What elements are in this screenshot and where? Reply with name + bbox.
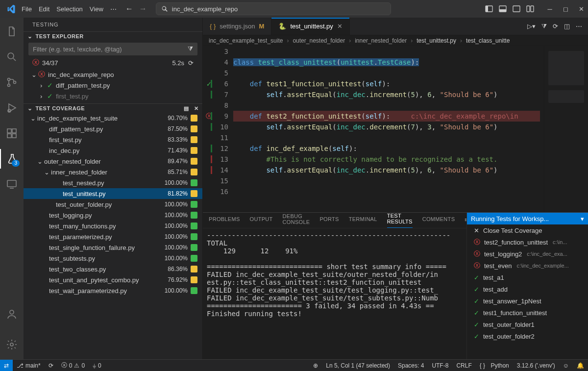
coverage-tree-item[interactable]: test_outer_folder.py100.00%	[24, 199, 202, 210]
test-result-item[interactable]: ✓test_answer_1pNest	[467, 295, 588, 307]
coverage-tree-item[interactable]: test_many_functions.py100.00%	[24, 221, 202, 231]
coverage-tree-item[interactable]: test_wait_parameterized.py100.00%	[24, 285, 202, 296]
nav-forward-icon[interactable]: →	[139, 4, 147, 13]
notifications-icon[interactable]: 🔔	[573, 362, 588, 369]
test-result-item[interactable]: ⓧtest_logging2c:\inc_dec_exa...	[467, 248, 588, 260]
test-result-item[interactable]: ⓧtest2_function_unittestc:\in...	[467, 236, 588, 248]
window-close-icon[interactable]: ✕	[577, 5, 585, 13]
test-tree-item[interactable]: ›✓diff_pattern_test.py	[24, 80, 202, 91]
zoom-indicator[interactable]: ⊕	[309, 362, 322, 369]
branch-indicator[interactable]: ⎇main*	[13, 362, 45, 369]
breadcrumb-item[interactable]: test_class_unitte	[466, 37, 510, 44]
layout-bottom-icon[interactable]	[499, 5, 507, 13]
run-debug-icon[interactable]	[0, 98, 24, 118]
test-tree-item[interactable]: ›✓first_test.py	[24, 91, 202, 101]
test-result-item[interactable]: ✓test1_function_unittest	[467, 307, 588, 319]
layout-left-icon[interactable]	[485, 5, 493, 13]
cursor-position[interactable]: Ln 5, Col 1 (47 selected)	[322, 362, 394, 369]
remote-indicator[interactable]: ⇄	[0, 360, 13, 371]
menu-edit[interactable]: Edit	[39, 5, 49, 13]
coverage-tree-item[interactable]: test_parameterized.py100.00%	[24, 231, 202, 242]
coverage-tree-item[interactable]: test_unittest.py81.82%	[24, 188, 202, 199]
panel-tab[interactable]: DEBUG CONSOLE	[283, 213, 310, 228]
coverage-tree-item[interactable]: ⌄outer_nested_folder89.47%	[24, 156, 202, 167]
coverage-tree-item[interactable]: test_unit_and_pytest_combo.py76.92%	[24, 274, 202, 285]
problems-indicator[interactable]: ⓧ0 ⚠0	[57, 361, 89, 370]
coverage-tree-item[interactable]: ⌄inner_nested_folder85.71%	[24, 167, 202, 177]
layout-panel-icon[interactable]	[526, 5, 534, 13]
editor-tab[interactable]: { }settings.jsonM	[203, 18, 271, 35]
more-icon[interactable]: ⋯	[576, 23, 582, 30]
test-result-item[interactable]: ✓test_a1	[467, 272, 588, 283]
test-explorer-header[interactable]: ⌄ TEST EXPLORER	[24, 31, 202, 41]
panel-tab[interactable]: COMMENTS	[422, 216, 455, 225]
command-center[interactable]: inc_dec_example_repo	[156, 2, 391, 15]
refresh-icon[interactable]: ⟳	[188, 59, 194, 67]
coverage-tree-item[interactable]: diff_pattern_test.py87.50%	[24, 124, 202, 134]
menu-more-icon[interactable]: ⋯	[110, 5, 117, 13]
sync-indicator[interactable]: ⟳	[45, 362, 57, 369]
panel-tab[interactable]: TERMINAL	[349, 216, 377, 225]
coverage-tree-item[interactable]: inc_dec.py71.43%	[24, 145, 202, 156]
coverage-close-icon[interactable]: ✕	[194, 105, 199, 112]
filter-icon[interactable]: ⧩	[188, 45, 193, 53]
breadcrumb-item[interactable]: inner_nested_folder	[355, 37, 407, 44]
search-icon[interactable]	[0, 47, 24, 67]
coverage-map-icon[interactable]: ▤	[184, 105, 189, 112]
settings-gear-icon[interactable]	[0, 335, 24, 354]
split-editor-icon[interactable]: ◫	[564, 23, 570, 30]
collapse-icon[interactable]: ▾	[581, 215, 584, 223]
feedback-icon[interactable]: ☺	[559, 362, 573, 369]
breadcrumb-item[interactable]: test_unittest.py	[416, 37, 456, 44]
eol[interactable]: CRLF	[452, 362, 475, 369]
panel-tab[interactable]: PORTS	[319, 216, 339, 225]
source-control-icon[interactable]	[0, 73, 24, 92]
extensions-icon[interactable]	[0, 124, 24, 143]
accounts-icon[interactable]	[0, 304, 24, 324]
encoding[interactable]: UTF-8	[428, 362, 452, 369]
testing-icon[interactable]: 3	[0, 149, 24, 169]
filter-icon[interactable]: ⧩	[541, 23, 547, 30]
test-result-item[interactable]: ⓧtest_evenc:\inc_dec_example...	[467, 260, 588, 272]
run-icon[interactable]: ▷▾	[527, 23, 536, 30]
coverage-tree-item[interactable]: first_test.py83.33%	[24, 134, 202, 145]
test-filter-input[interactable]: Filter (e.g. text, !exclude, @tag) ⧩	[28, 43, 197, 55]
test-coverage-header[interactable]: ⌄ TEST COVERAGE ▤ ✕	[24, 103, 202, 113]
breadcrumb-item[interactable]: inc_dec_example_test_suite	[209, 37, 283, 44]
editor-tab[interactable]: 🐍test_unittest.py✕	[271, 18, 349, 35]
remote-explorer-icon[interactable]	[0, 174, 24, 194]
coverage-tree-item[interactable]: test_subtests.py100.00%	[24, 253, 202, 264]
nav-back-icon[interactable]: ←	[125, 4, 133, 13]
close-icon[interactable]: ✕	[337, 23, 343, 30]
panel-tab[interactable]: TEST RESULTS	[387, 213, 413, 228]
refresh-icon[interactable]: ⟳	[553, 23, 558, 30]
test-tree-item[interactable]: ⌄ⓧinc_dec_example_repo	[24, 69, 202, 80]
test-result-item[interactable]: ✓test_outer_folder1	[467, 319, 588, 330]
panel-tab[interactable]: OUTPUT	[250, 216, 273, 225]
test-results-output[interactable]: ----------------------------------------…	[203, 228, 466, 359]
ports-indicator[interactable]: ⏚0	[89, 362, 105, 369]
menu-selection[interactable]: Selection	[56, 5, 82, 13]
window-minimize-icon[interactable]: ─	[546, 5, 554, 13]
minimap[interactable]	[544, 46, 588, 212]
panel-tab[interactable]: PROBLEMS	[209, 216, 240, 225]
menu-file[interactable]: File	[22, 5, 32, 13]
coverage-tree-item[interactable]: ⌄inc_dec_example_test_suite90.70%	[24, 113, 202, 124]
code-area[interactable]: class test_class_unittest(unittest.TestC…	[233, 46, 544, 212]
coverage-tree-item[interactable]: test_logging.py100.00%	[24, 210, 202, 221]
language-mode[interactable]: { } Python	[476, 362, 513, 369]
coverage-tree-item[interactable]: test_single_function_failure.py100.00%	[24, 242, 202, 253]
test-result-item[interactable]: ✓test_outer_folder2	[467, 330, 588, 342]
explorer-icon[interactable]	[0, 22, 24, 41]
indentation[interactable]: Spaces: 4	[394, 362, 428, 369]
test-result-item[interactable]: ✓test_add	[467, 283, 588, 295]
window-maximize-icon[interactable]: ◻	[562, 5, 569, 13]
python-interpreter[interactable]: 3.12.6 ('.venv')	[513, 362, 559, 369]
layout-right-icon[interactable]	[513, 5, 520, 13]
menu-view[interactable]: View	[90, 5, 103, 13]
coverage-tree-item[interactable]: test_nested.py100.00%	[24, 177, 202, 188]
close-coverage-row[interactable]: ✕ Close Test Coverage	[467, 224, 588, 236]
breadcrumbs[interactable]: inc_dec_example_test_suite›outer_nested_…	[203, 35, 588, 46]
breadcrumb-item[interactable]: outer_nested_folder	[293, 37, 345, 44]
coverage-tree-item[interactable]: test_two_classes.py86.36%	[24, 264, 202, 274]
